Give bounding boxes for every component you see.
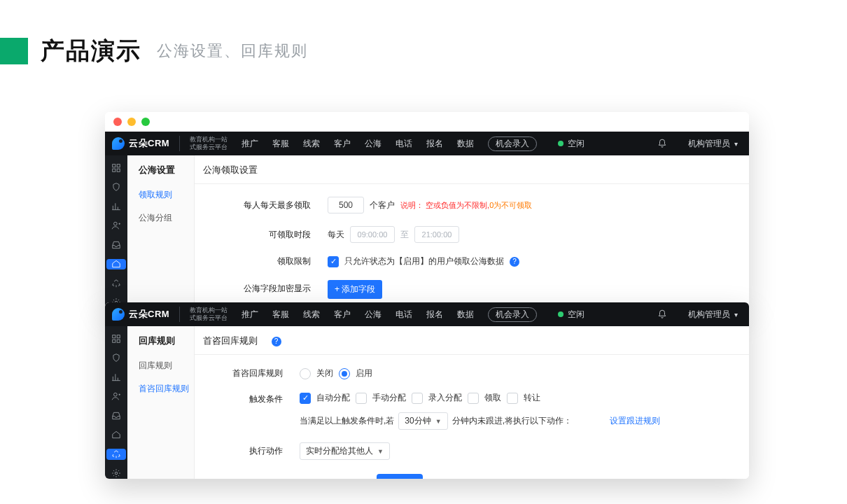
rail-dashboard-icon[interactable] (106, 162, 126, 174)
nav-opportunity-button[interactable]: 机会录入 (481, 132, 544, 155)
nav-kehu[interactable]: 客户 (327, 302, 358, 326)
svg-rect-3 (117, 169, 120, 172)
rail-home-icon[interactable] (106, 430, 126, 441)
row-limit: 领取限制 只允许状态为【启用】的用户领取公海数据 ? (195, 255, 749, 267)
rail-recycle-icon[interactable] (106, 449, 126, 460)
rail-inbox-icon[interactable] (106, 410, 126, 421)
row-time: 可领取时段 每天 至 (195, 226, 749, 243)
icon-rail (105, 155, 127, 308)
time-to-label: 至 (400, 229, 409, 241)
nav-xiansuo[interactable]: 线索 (296, 302, 327, 326)
nav-baoming[interactable]: 报名 (419, 132, 450, 155)
content: 首咨回库规则 ? 首咨回库规则 关闭 启用 触发条件 自动分配 手动分配 (195, 326, 749, 479)
nav-shuju[interactable]: 数据 (450, 132, 481, 155)
help-icon[interactable]: ? (510, 257, 519, 267)
brand[interactable]: 云朵CRM 教育机构一站式服务云平台 (105, 132, 234, 155)
radio-off[interactable] (300, 368, 311, 379)
radio-off-label: 关闭 (316, 368, 333, 379)
svg-point-10 (114, 393, 118, 397)
nav-tuiguang[interactable]: 推广 (234, 302, 265, 326)
action-dropdown[interactable]: 实时分配给其他人▼ (300, 442, 390, 460)
row-rule: 首咨回库规则 关闭 启用 (195, 368, 749, 379)
side-item-fenzu[interactable]: 公海分组 (127, 206, 194, 230)
ck-entry[interactable] (412, 393, 423, 404)
rail-chart-icon[interactable] (106, 201, 126, 212)
nav-shuju[interactable]: 数据 (450, 302, 481, 326)
max-input[interactable] (328, 197, 364, 214)
rail-settings-icon[interactable] (106, 468, 126, 479)
rail-shield-icon[interactable] (106, 353, 126, 364)
nav-xiansuo[interactable]: 线索 (296, 132, 327, 155)
nav-kefu[interactable]: 客服 (265, 302, 296, 326)
window-close-icon[interactable] (113, 118, 122, 126)
rail-home-icon[interactable] (106, 259, 126, 270)
rail-dashboard-icon[interactable] (106, 333, 126, 344)
rail-shield-icon[interactable] (106, 182, 126, 193)
row-max: 每人每天最多领取 个客户 说明： 空或负值为不限制,0为不可领取 (195, 197, 749, 214)
svg-rect-2 (113, 169, 115, 172)
side-panel: 公海设置 领取规则 公海分组 (127, 155, 195, 308)
ck-claim[interactable] (468, 393, 479, 404)
nav-kefu[interactable]: 客服 (265, 132, 296, 155)
user-name[interactable]: 机构管理员 (688, 309, 730, 321)
rail-user-icon[interactable] (106, 391, 126, 402)
ck-manual[interactable] (356, 393, 367, 404)
save-button[interactable]: 保存 (377, 474, 423, 479)
nav-gonghai[interactable]: 公海 (358, 302, 388, 326)
topbar: 云朵CRM 教育机构一站式服务云平台 推广 客服 线索 客户 公海 电话 报名 … (105, 302, 749, 326)
rail-chart-icon[interactable] (106, 372, 126, 383)
user-name[interactable]: 机构管理员 (688, 138, 730, 150)
limit-text: 只允许状态为【启用】的用户领取公海数据 (344, 255, 504, 267)
chevron-down-icon[interactable]: ▾ (734, 311, 738, 318)
time-from-input[interactable] (350, 226, 395, 243)
brand-logo-icon (112, 137, 125, 150)
rail-inbox-icon[interactable] (106, 239, 126, 251)
svg-rect-7 (117, 335, 120, 338)
svg-rect-1 (117, 164, 120, 167)
add-field-button[interactable]: 添加字段 (328, 280, 382, 299)
brand-desc: 教育机构一站式服务云平台 (190, 136, 227, 151)
brand-name: 云朵CRM (129, 308, 169, 321)
window-gonghai: 云朵CRM 教育机构一站式服务云平台 推广 客服 线索 客户 公海 电话 报名 … (105, 112, 749, 308)
minutes-dropdown[interactable]: 30分钟▼ (398, 412, 447, 430)
radio-on-label: 启用 (356, 368, 372, 379)
radio-on[interactable] (339, 368, 350, 379)
chevron-down-icon[interactable]: ▾ (734, 140, 738, 148)
chevron-down-icon: ▼ (377, 448, 384, 455)
nav-baoming[interactable]: 报名 (419, 302, 450, 326)
window-minimize-icon[interactable] (127, 118, 136, 126)
help-icon[interactable]: ? (272, 337, 281, 346)
bell-icon[interactable] (657, 309, 667, 319)
svg-rect-8 (113, 340, 115, 342)
nav-opportunity-button[interactable]: 机会录入 (481, 302, 544, 326)
max-unit: 个客户 (370, 200, 395, 211)
side-head: 公海设置 (127, 155, 194, 183)
slide-title: 产品演示 (41, 35, 141, 67)
side-item-lingqu[interactable]: 领取规则 (127, 183, 194, 206)
side-item-huiku[interactable]: 回库规则 (127, 354, 194, 377)
nav-kehu[interactable]: 客户 (327, 132, 358, 155)
sentence-b: 分钟内未跟进,将执行以下动作： (452, 415, 572, 427)
ck-auto[interactable] (300, 393, 311, 404)
row-action: 执行动作 实时分配给其他人▼ (195, 442, 749, 460)
time-to-input[interactable] (414, 226, 459, 243)
time-daily: 每天 (328, 229, 344, 241)
limit-checkbox[interactable] (328, 256, 339, 267)
set-followup-link[interactable]: 设置跟进规则 (610, 415, 660, 427)
window-zoom-icon[interactable] (141, 118, 150, 126)
nav-dianhua[interactable]: 电话 (388, 132, 419, 155)
ck-transfer[interactable] (507, 393, 518, 404)
nav-tuiguang[interactable]: 推广 (234, 132, 265, 155)
brand-logo-icon (112, 308, 125, 321)
brand-desc: 教育机构一站式服务云平台 (190, 307, 227, 322)
page-title: 公海领取设置 (195, 155, 749, 184)
side-item-shouzi[interactable]: 首咨回库规则 (127, 377, 194, 400)
rail-user-icon[interactable] (106, 220, 126, 232)
nav-dianhua[interactable]: 电话 (388, 302, 419, 326)
nav-gonghai[interactable]: 公海 (358, 132, 388, 155)
rail-recycle-icon[interactable] (106, 278, 126, 289)
max-hint: 说明： 空或负值为不限制,0为不可领取 (400, 200, 532, 211)
bell-icon[interactable] (657, 139, 667, 148)
brand[interactable]: 云朵CRM 教育机构一站式服务云平台 (105, 302, 234, 326)
icon-rail (105, 326, 127, 479)
